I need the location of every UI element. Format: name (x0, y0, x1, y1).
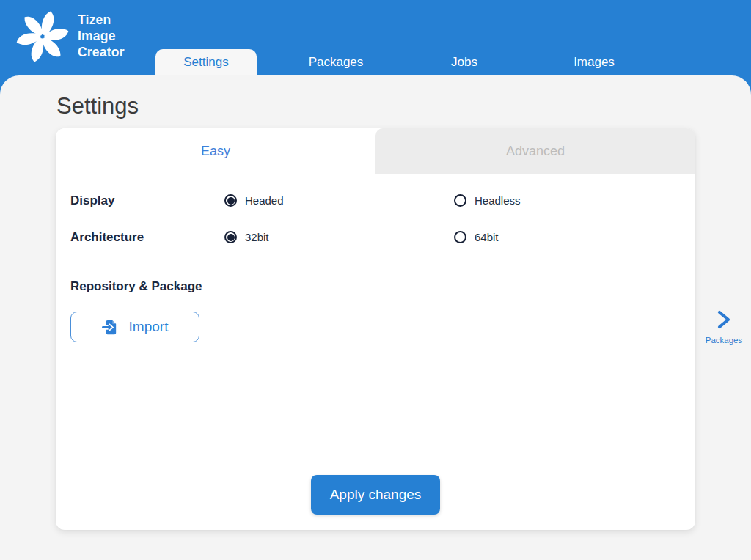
nav-tab-images[interactable]: Images (538, 49, 650, 75)
app-title-line: Tizen (78, 12, 125, 28)
radio-headed[interactable] (224, 194, 237, 207)
app-title-line: Creator (78, 44, 125, 60)
repository-package-label: Repository & Package (70, 279, 202, 294)
radio-64bit[interactable] (454, 231, 466, 243)
radio-headless[interactable] (454, 194, 466, 207)
settings-card: Easy Advanced Display Headed Headless Ar… (56, 128, 695, 530)
radio-option-headless[interactable]: Headless (454, 194, 521, 207)
app-title: Tizen Image Creator (78, 12, 125, 60)
architecture-label: Architecture (70, 230, 144, 245)
radio-option-headed[interactable]: Headed (224, 194, 284, 207)
pinwheel-logo-icon (12, 4, 73, 69)
app-window: Tizen Image Creator Settings Packages Jo… (0, 0, 751, 560)
import-button-label: Import (129, 319, 169, 335)
nav-tab-settings[interactable]: Settings (155, 49, 257, 75)
side-nav-packages-label: Packages (706, 336, 743, 345)
tab-advanced[interactable]: Advanced (376, 128, 695, 174)
nav-tab-jobs[interactable]: Jobs (409, 49, 520, 75)
radio-32bit-label: 32bit (245, 231, 269, 243)
tab-easy[interactable]: Easy (56, 128, 376, 174)
radio-headless-label: Headless (475, 194, 521, 207)
side-nav-packages[interactable]: Packages (697, 310, 751, 345)
radio-headed-label: Headed (245, 194, 284, 207)
file-import-icon (102, 319, 119, 336)
radio-option-64bit[interactable]: 64bit (454, 231, 499, 243)
app-header: Tizen Image Creator Settings Packages Jo… (0, 0, 751, 75)
apply-changes-button[interactable]: Apply changes (311, 475, 440, 515)
chevron-right-icon (716, 310, 732, 329)
display-label: Display (70, 194, 114, 208)
settings-mode-tabs: Easy Advanced (56, 128, 695, 174)
app-logo: Tizen Image Creator (0, 0, 154, 75)
page-title: Settings (56, 93, 139, 119)
radio-32bit[interactable] (224, 231, 237, 243)
app-title-line: Image (78, 28, 125, 44)
radio-64bit-label: 64bit (475, 231, 499, 243)
import-button[interactable]: Import (70, 312, 199, 342)
radio-option-32bit[interactable]: 32bit (224, 231, 269, 243)
main-content: Settings Easy Advanced Display Headed He… (0, 75, 751, 560)
nav-tab-packages[interactable]: Packages (280, 49, 392, 75)
